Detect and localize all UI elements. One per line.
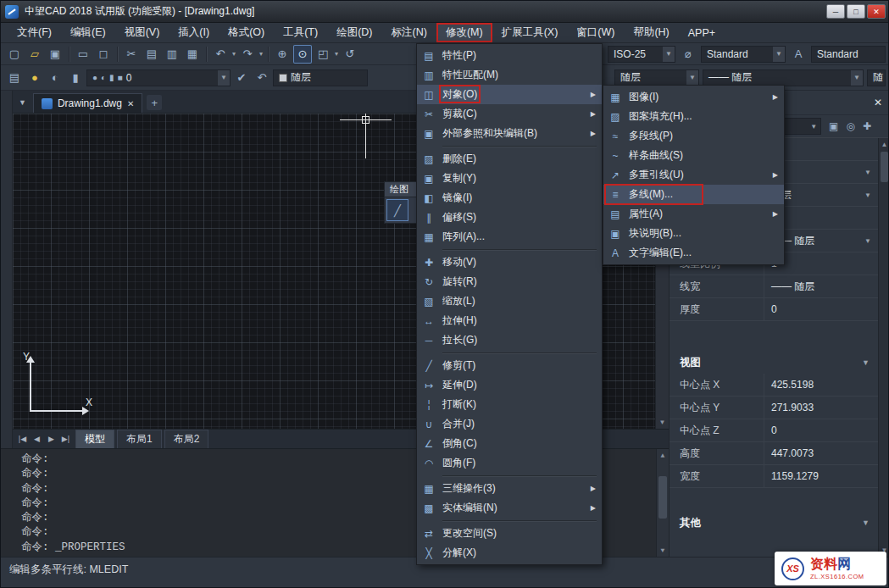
text-style-icon[interactable]: A xyxy=(789,45,808,64)
menubar-item-view[interactable]: 视图(V) xyxy=(115,23,169,42)
menubar-item-dimension[interactable]: 标注(N) xyxy=(382,23,436,42)
section-other[interactable]: 其他 ▼ xyxy=(670,512,878,534)
dimstyle-combo[interactable]: ISO-25 ▼ xyxy=(608,46,675,63)
dimension-style-icon[interactable]: ⌀ xyxy=(679,45,697,64)
minimize-button[interactable]: ─ xyxy=(826,4,845,19)
tab-list-dropdown-icon[interactable]: ▼ xyxy=(16,98,29,113)
menu-item-properties[interactable]: ▤特性(P) xyxy=(417,46,602,65)
menu-item-rotate[interactable]: ↻旋转(R) xyxy=(417,272,602,291)
menubar-item-help[interactable]: 帮助(H) xyxy=(624,23,678,42)
palette-scrollbar[interactable]: ▲ ▼ xyxy=(878,138,889,557)
menubar-item-express-tools[interactable]: 扩展工具(X) xyxy=(492,23,568,42)
color-combo[interactable]: 随层 xyxy=(273,69,368,86)
menu-item-erase[interactable]: ▨删除(E) xyxy=(417,149,602,169)
menu-item-move[interactable]: ✚移动(V) xyxy=(417,252,602,272)
menu-item-scale[interactable]: ▧缩放(L) xyxy=(417,291,602,311)
palette-close-icon[interactable]: ✕ xyxy=(874,97,882,108)
save-icon[interactable]: ▣ xyxy=(46,45,64,64)
plotstyle-combo-partial[interactable]: 随 xyxy=(867,69,886,86)
submenu-item-polyline[interactable]: ≈多段线(P) xyxy=(603,126,784,146)
layer-on-icon[interactable]: ● xyxy=(25,69,44,87)
dropdown-arrow-icon[interactable]: ▼ xyxy=(773,47,785,62)
menu-item-solids-editing[interactable]: ▩实体编辑(N)▶ xyxy=(417,498,602,518)
select-objects-icon[interactable]: ◎ xyxy=(846,120,854,132)
collapse-arrow-icon[interactable]: ▼ xyxy=(862,519,870,527)
open-folder-icon[interactable]: ▱ xyxy=(25,45,44,64)
submenu-item-block-description[interactable]: ▣块说明(B)... xyxy=(603,224,784,243)
textstyle-combo[interactable]: Standard ▼ xyxy=(701,46,786,63)
scroll-down-icon[interactable]: ▼ xyxy=(657,544,669,557)
zoom-realtime-icon[interactable]: ⊙ xyxy=(293,45,312,64)
tablestyle-combo[interactable]: Standard xyxy=(811,46,886,63)
layer-properties-icon[interactable]: ▤ xyxy=(5,69,24,87)
menubar-item-window[interactable]: 窗口(W) xyxy=(567,23,624,42)
layer-freeze-icon[interactable]: ◐ xyxy=(46,69,64,87)
command-scrollbar[interactable]: ▲ ▼ xyxy=(656,449,669,557)
menu-item-fillet[interactable]: ◠圆角(F) xyxy=(417,453,602,473)
drawing-tab[interactable]: Drawing1.dwg ✕ xyxy=(33,93,142,113)
submenu-item-spline[interactable]: ~样条曲线(S) xyxy=(603,146,784,165)
property-value[interactable]: 271.9033 xyxy=(764,397,878,419)
match-properties-icon[interactable]: ▦ xyxy=(183,45,202,64)
submenu-item-image[interactable]: ▦图像(I)▶ xyxy=(603,87,784,107)
dropdown-arrow-icon[interactable]: ▼ xyxy=(864,169,871,176)
dropdown-arrow-icon[interactable]: ▼ xyxy=(686,70,698,86)
close-button[interactable]: ✕ xyxy=(867,4,886,19)
cut-icon[interactable]: ✂ xyxy=(122,45,141,64)
menu-item-break[interactable]: ╎打断(K) xyxy=(417,395,602,414)
collapse-arrow-icon[interactable]: ▼ xyxy=(862,358,870,367)
pan-icon[interactable]: ⊕ xyxy=(273,45,292,64)
scroll-down-icon[interactable]: ▼ xyxy=(656,416,669,429)
new-file-icon[interactable]: ▢ xyxy=(5,45,24,64)
section-view[interactable]: 视图 ▼ xyxy=(670,352,878,374)
menu-item-explode[interactable]: ╳分解(X) xyxy=(417,543,602,563)
dropdown-arrow-icon[interactable]: ▼ xyxy=(864,191,871,199)
copy-icon[interactable]: ▤ xyxy=(142,45,161,64)
menubar-item-app[interactable]: APP+ xyxy=(679,23,725,42)
layer-previous-icon[interactable]: ↶ xyxy=(253,69,271,87)
tab-last-icon[interactable]: ▶| xyxy=(58,435,73,443)
linetype-combo[interactable]: 随层 ▼ xyxy=(614,69,699,86)
plot-icon[interactable]: ▭ xyxy=(74,45,92,64)
lineweight-combo[interactable]: —— 随层 ▼ xyxy=(703,69,864,86)
layer-lock-icon[interactable]: ▮ xyxy=(66,69,85,87)
menubar-item-modify[interactable]: 修改(M) xyxy=(436,23,492,42)
new-drawing-icon[interactable]: + xyxy=(147,95,162,110)
menu-item-xref-block-edit[interactable]: ▣外部参照和块编辑(B)▶ xyxy=(417,124,602,143)
dropdown-arrow-icon[interactable]: ▼ xyxy=(218,70,230,86)
menubar-item-insert[interactable]: 插入(I) xyxy=(169,23,219,42)
scrollbar-thumb[interactable] xyxy=(658,476,667,519)
undo-dropdown-icon[interactable]: ▾ xyxy=(231,50,236,58)
tab-prev-icon[interactable]: ◀ xyxy=(30,435,44,443)
menu-item-trim[interactable]: ╱修剪(T) xyxy=(417,356,602,375)
dropdown-arrow-icon[interactable]: ▼ xyxy=(663,47,675,62)
menubar-item-edit[interactable]: 编辑(E) xyxy=(61,23,115,42)
line-icon[interactable]: ╱ xyxy=(386,199,408,221)
redo-icon[interactable]: ↷ xyxy=(238,45,257,64)
menu-item-extend[interactable]: ↦延伸(D) xyxy=(417,375,602,395)
menu-item-chamfer[interactable]: ∠倒角(C) xyxy=(417,434,602,453)
scroll-up-icon[interactable]: ▲ xyxy=(879,138,889,151)
property-value[interactable]: 0 xyxy=(764,298,878,320)
property-value[interactable]: 425.5198 xyxy=(764,374,878,396)
scrollbar-thumb[interactable] xyxy=(881,152,888,182)
menu-item-array[interactable]: ▦阵列(A)... xyxy=(417,227,602,247)
layer-current-icon[interactable]: ✔ xyxy=(232,69,251,87)
menu-item-mirror[interactable]: ◧镜像(I) xyxy=(417,188,602,208)
layer-combo[interactable]: ● ◐ ▮ ■ 0 ▼ xyxy=(86,69,231,86)
menu-item-object[interactable]: ◫对象(O)▶ xyxy=(417,85,602,104)
submenu-item-hatch[interactable]: ▨图案填充(H)... xyxy=(603,107,784,126)
menubar-item-tools[interactable]: 工具(T) xyxy=(274,23,327,42)
menu-item-stretch[interactable]: ↔拉伸(H) xyxy=(417,311,602,330)
tab-first-icon[interactable]: |◀ xyxy=(15,435,30,443)
paste-icon[interactable]: ▥ xyxy=(163,45,181,64)
menu-item-3d-operations[interactable]: ▦三维操作(3)▶ xyxy=(417,479,602,498)
scroll-up-icon[interactable]: ▲ xyxy=(657,449,669,462)
tab-layout2[interactable]: 布局2 xyxy=(164,430,209,449)
tab-layout1[interactable]: 布局1 xyxy=(117,430,162,449)
submenu-item-attribute[interactable]: ▤属性(A)▶ xyxy=(603,204,784,224)
zoom-previous-icon[interactable]: ↺ xyxy=(341,45,359,64)
tab-close-icon[interactable]: ✕ xyxy=(127,99,134,108)
dropdown-arrow-icon[interactable]: ▼ xyxy=(864,237,871,245)
tab-next-icon[interactable]: ▶ xyxy=(44,435,58,443)
